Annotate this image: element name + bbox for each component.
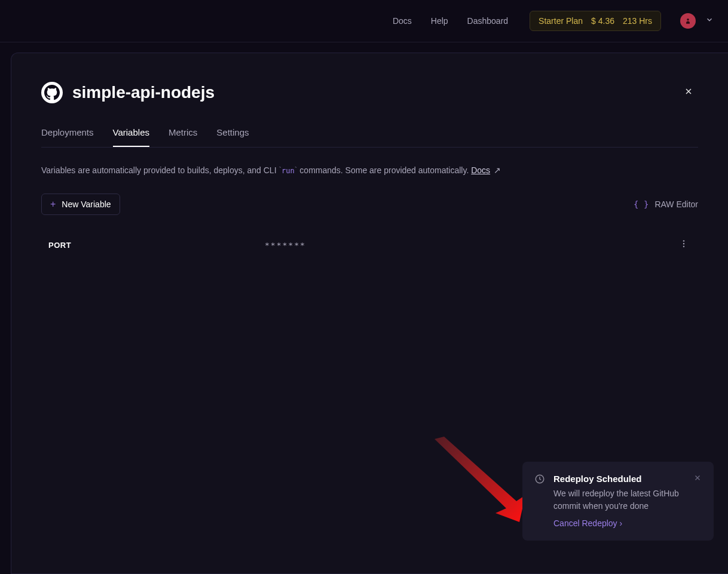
tabs: Deployments Variables Metrics Settings xyxy=(41,127,698,148)
tab-settings[interactable]: Settings xyxy=(216,127,249,147)
panel-header: simple-api-nodejs xyxy=(41,82,698,103)
toast-content: Redeploy Scheduled We will redeploy the … xyxy=(553,474,685,529)
nav-dashboard[interactable]: Dashboard xyxy=(467,16,509,26)
toast-body: We will redeploy the latest GitHub commi… xyxy=(553,487,685,512)
clock-icon xyxy=(534,474,545,529)
kebab-menu-icon[interactable] xyxy=(677,237,691,253)
tab-deployments[interactable]: Deployments xyxy=(41,127,94,147)
plan-badge[interactable]: Starter Plan $ 4.36 213 Hrs xyxy=(530,11,661,31)
plus-icon: + xyxy=(50,199,56,210)
nav-docs[interactable]: Docs xyxy=(393,16,412,26)
variable-value: ******* xyxy=(265,241,677,250)
description-prefix: Variables are automatically provided to … xyxy=(41,165,279,175)
toolbar: + New Variable { } RAW Editor xyxy=(41,194,698,215)
chevron-down-icon[interactable] xyxy=(705,16,714,26)
github-icon xyxy=(41,82,63,103)
project-title-wrap: simple-api-nodejs xyxy=(41,82,215,103)
plan-hours: 213 Hrs xyxy=(623,16,652,26)
braces-icon: { } xyxy=(634,199,649,209)
new-variable-label: New Variable xyxy=(62,199,111,209)
annotation-arrow xyxy=(430,435,537,531)
svg-marker-6 xyxy=(435,437,525,522)
svg-point-4 xyxy=(683,243,684,244)
toast-title: Redeploy Scheduled xyxy=(553,474,685,484)
docs-link[interactable]: Docs xyxy=(471,165,490,175)
tab-metrics[interactable]: Metrics xyxy=(169,127,197,147)
variable-name: PORT xyxy=(48,241,265,250)
svg-point-0 xyxy=(687,19,689,21)
close-button[interactable] xyxy=(679,82,698,103)
description-code: run xyxy=(282,167,295,175)
external-link-icon: ↗ xyxy=(491,165,501,175)
plan-cost: $ 4.36 xyxy=(591,16,614,26)
plan-name: Starter Plan xyxy=(539,16,583,26)
raw-editor-button[interactable]: { } RAW Editor xyxy=(634,199,698,209)
svg-point-3 xyxy=(683,240,684,241)
toast-action[interactable]: Cancel Redeploy › xyxy=(553,518,622,528)
variable-row: PORT ******* xyxy=(41,237,698,253)
nav-links: Docs Help Dashboard xyxy=(393,16,508,26)
tab-variables[interactable]: Variables xyxy=(113,127,149,147)
avatar[interactable] xyxy=(680,13,696,29)
toast: Redeploy Scheduled We will redeploy the … xyxy=(522,462,714,541)
toast-close-button[interactable] xyxy=(693,474,702,529)
project-title: simple-api-nodejs xyxy=(72,83,215,102)
svg-point-5 xyxy=(683,245,684,247)
raw-editor-label: RAW Editor xyxy=(654,199,698,209)
description: Variables are automatically provided to … xyxy=(41,164,698,177)
description-suffix: commands. Some are provided automaticall… xyxy=(297,165,471,175)
topbar: Docs Help Dashboard Starter Plan $ 4.36 … xyxy=(0,0,728,42)
nav-help[interactable]: Help xyxy=(431,16,448,26)
new-variable-button[interactable]: + New Variable xyxy=(41,194,120,215)
